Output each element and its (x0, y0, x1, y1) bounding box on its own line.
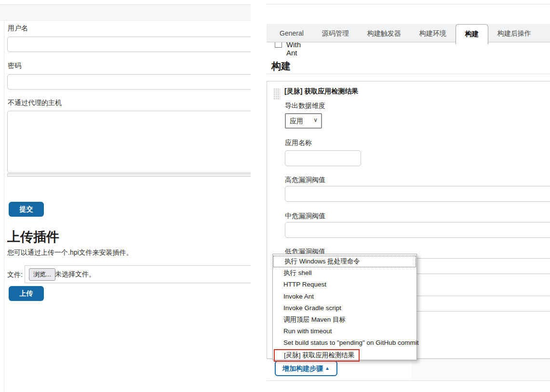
app-name-input[interactable] (285, 150, 361, 166)
with-ant-label: With Ant (286, 40, 301, 57)
password-label: 密码 (8, 62, 21, 70)
high-risk-threshold-input[interactable] (285, 186, 550, 202)
select-value: 应用 (290, 117, 303, 126)
file-input-field[interactable]: 浏览... 未选择文件。 (25, 265, 251, 283)
menu-item-invoke-ant[interactable]: Invoke Ant (273, 291, 416, 302)
export-dimension-label: 导出数据维度 (285, 102, 325, 110)
password-input[interactable] (7, 74, 251, 90)
build-step-menu: 执行 Windows 批处理命令 执行 shell HTTP Request I… (272, 254, 417, 360)
username-input[interactable] (7, 37, 251, 52)
submit-button[interactable]: 提交 (9, 202, 44, 217)
build-step-title: [灵脉] 获取应用检测结果 (284, 87, 358, 96)
upload-button[interactable]: 上传 (9, 286, 44, 301)
textarea-resize-handle[interactable] (7, 173, 251, 177)
job-config-panel: With Ant General 源码管理 构建触发器 构建环境 构建 构建后操… (267, 0, 550, 392)
app-name-label: 应用名称 (285, 139, 312, 147)
config-tabbar: General 源码管理 构建触发器 构建环境 构建 构建后操作 (267, 24, 550, 42)
menu-item-windows-batch[interactable]: 执行 Windows 批处理命令 (273, 256, 416, 267)
menu-item-execute-shell[interactable]: 执行 shell (273, 267, 416, 279)
export-dimension-select[interactable]: 应用 ∨ (285, 113, 322, 129)
browse-button[interactable]: 浏览... (29, 268, 55, 281)
high-risk-threshold-label: 高危漏洞阀值 (285, 176, 325, 184)
upload-plugin-description: 您可以通过上传一个.hpi文件来安装插件。 (7, 248, 133, 257)
menu-item-maven-targets[interactable]: 调用顶层 Maven 目标 (273, 314, 416, 326)
tab-build[interactable]: 构建 (456, 24, 488, 44)
build-section-heading: 构建 (271, 60, 291, 73)
medium-risk-threshold-label: 中危漏洞阀值 (285, 212, 325, 221)
username-label: 用户名 (8, 24, 28, 33)
no-proxy-hosts-textarea[interactable] (7, 111, 251, 173)
menu-item-http-request[interactable]: HTTP Request (273, 279, 416, 290)
red-annotation-box: [灵脉] 获取应用检测结果 (274, 349, 360, 362)
caret-up-icon: ▲ (325, 366, 330, 371)
tab-general[interactable]: General (270, 24, 313, 42)
file-label: 文件: (7, 271, 23, 279)
drag-handle-icon[interactable] (273, 88, 280, 100)
tab-post-build[interactable]: 构建后操作 (488, 24, 540, 42)
upload-plugin-title: 上传插件 (7, 228, 59, 246)
left-top-bar (0, 4, 251, 21)
menu-item-github-pending[interactable]: Set build status to "pending" on GitHub … (273, 337, 416, 349)
tab-build-environment[interactable]: 构建环境 (410, 24, 456, 42)
footer-band (411, 359, 550, 380)
tab-build-triggers[interactable]: 构建触发器 (358, 24, 410, 42)
left-rail-divider (4, 21, 4, 392)
menu-item-invoke-gradle[interactable]: Invoke Gradle script (273, 302, 416, 314)
footer-divider (267, 380, 550, 381)
no-file-selected-text: 未选择文件。 (55, 270, 95, 279)
no-proxy-hosts-label: 不通过代理的主机 (8, 99, 62, 107)
screenshot-stage: 用户名 密码 不通过代理的主机 提交 上传插件 您可以通过上传一个.hpi文件来… (0, 0, 550, 392)
right-top-divider (267, 4, 550, 4)
add-build-step-button[interactable]: 增加构建步骤▲ (275, 361, 337, 376)
chevron-down-icon: ∨ (313, 117, 318, 123)
heading-divider (267, 74, 550, 74)
plugin-manager-panel: 用户名 密码 不通过代理的主机 提交 上传插件 您可以通过上传一个.hpi文件来… (0, 0, 251, 392)
menu-item-run-with-timeout[interactable]: Run with timeout (273, 326, 416, 337)
tab-scm[interactable]: 源码管理 (313, 24, 358, 42)
menu-item-lingmai-result[interactable]: [灵脉] 获取应用检测结果 (273, 349, 416, 361)
medium-risk-threshold-input[interactable] (285, 222, 550, 238)
